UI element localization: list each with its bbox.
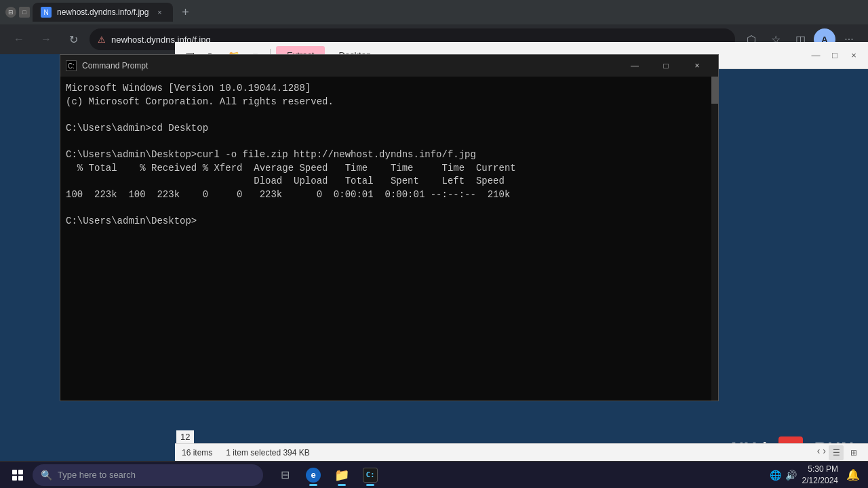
windows-logo-icon [12, 470, 23, 481]
fe-view-controls: ‹ › ☰ ⊞ [817, 445, 861, 460]
fe-selected-info: 1 item selected 394 KB [226, 448, 309, 458]
cmd-scrollbar[interactable] [711, 77, 718, 401]
taskbar-item-cmd[interactable]: C: [357, 463, 384, 487]
taskbar-tray: 🌐 🔊 5:30 PM 2/12/2024 🔔 [770, 464, 863, 487]
fe-minimize-btn[interactable]: — [807, 47, 825, 64]
back-btn[interactable]: ← [8, 28, 30, 50]
fe-close-btn[interactable]: × [845, 47, 863, 64]
system-clock[interactable]: 5:30 PM 2/12/2024 [802, 464, 838, 487]
cmd-body[interactable]: Microsoft Windows [Version 10.0.19044.12… [60, 77, 718, 401]
volume-icon[interactable]: 🔊 [785, 470, 797, 481]
cmd-window: C: Command Prompt — □ × Microsoft Window… [60, 54, 719, 401]
fe-statusbar: 16 items 1 item selected 394 KB ‹ › ☰ ⊞ [175, 443, 868, 461]
taskbar-item-edge[interactable]: e [300, 463, 327, 487]
taskbar-search-box[interactable]: 🔍 Type here to search [33, 464, 263, 486]
fe-scroll-right-btn[interactable]: › [823, 445, 826, 460]
tile-view-icon: ⊞ [850, 448, 857, 458]
task-view-icon: ⊟ [277, 468, 292, 483]
edge-icon: e [306, 468, 321, 483]
fe-list-view-btn[interactable]: ☰ [829, 445, 844, 460]
search-icon: 🔍 [41, 470, 52, 481]
cmd-icon: C: [363, 468, 378, 483]
cmd-minimize-btn[interactable]: — [619, 55, 650, 77]
taskbar-item-file-explorer[interactable]: 📁 [328, 463, 355, 487]
taskbar: 🔍 Type here to search ⊟ e 📁 C: 🌐 🔊 5:30 … [0, 461, 868, 488]
fe-items-count: 16 items [182, 448, 212, 458]
search-placeholder-text: Type here to search [58, 470, 136, 480]
cmd-titlebar: C: Command Prompt — □ × [60, 55, 718, 77]
tab-title: newhost.dyndns.info/f.jpg [57, 7, 149, 17]
cmd-window-controls: — □ × [619, 55, 713, 77]
notification-btn[interactable]: 🔔 [844, 466, 863, 485]
start-btn[interactable] [5, 463, 30, 487]
forward-btn[interactable]: → [35, 28, 57, 50]
browser-tab-active[interactable]: N newhost.dyndns.info/f.jpg × [33, 3, 173, 22]
taskbar-pinned-items: ⊟ e 📁 C: [271, 463, 384, 487]
tray-icons: 🌐 🔊 [770, 470, 797, 481]
notification-icon: 🔔 [846, 468, 860, 481]
cmd-title-label: Command Prompt [82, 61, 614, 70]
list-view-icon: ☰ [833, 448, 840, 458]
clock-date: 2/12/2024 [802, 475, 838, 487]
cmd-scrollbar-thumb [711, 77, 718, 104]
browser-tile-btn: ⊟ [5, 7, 16, 18]
cmd-output: Microsoft Windows [Version 10.0.19044.12… [66, 82, 713, 241]
cmd-close-btn[interactable]: × [682, 55, 713, 77]
browser-titlebar: ⊟ □ N newhost.dyndns.info/f.jpg × + [0, 0, 868, 24]
tab-close-btn[interactable]: × [154, 7, 165, 18]
new-tab-btn[interactable]: + [176, 3, 195, 22]
refresh-btn[interactable]: ↻ [62, 28, 84, 50]
fe-page-number: 12 [176, 430, 194, 443]
clock-time: 5:30 PM [802, 464, 838, 475]
browser-maximize-btn: □ [19, 7, 30, 18]
network-icon[interactable]: 🌐 [770, 470, 781, 481]
fe-tile-view-btn[interactable]: ⊞ [846, 445, 861, 460]
fe-scroll-left-btn[interactable]: ‹ [817, 445, 821, 460]
cmd-maximize-btn[interactable]: □ [650, 55, 682, 77]
file-explorer-icon: 📁 [334, 468, 349, 483]
taskbar-item-task-view[interactable]: ⊟ [271, 463, 298, 487]
cmd-window-icon: C: [66, 60, 77, 71]
security-warning-icon: ⚠ [98, 35, 106, 45]
fe-maximize-btn[interactable]: □ [826, 47, 844, 64]
fe-window-controls: — □ × [807, 47, 863, 64]
tab-favicon: N [41, 7, 52, 18]
